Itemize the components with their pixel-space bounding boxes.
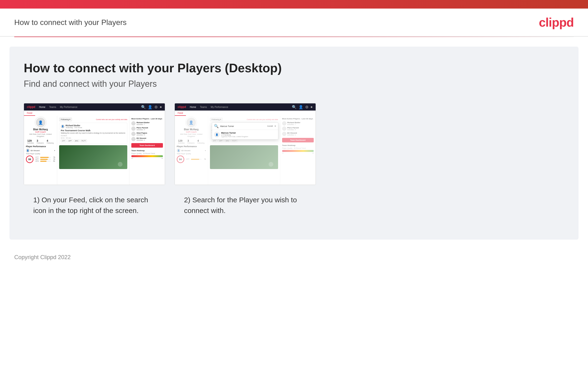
active-sub-2-1: Activities: 7 — [287, 124, 300, 125]
avatar-2: 👤 — [186, 118, 196, 127]
active-player-2-2: Piers Parnell Activities: 4 — [282, 127, 314, 131]
active-sub-2-3: Activities: 1 — [287, 134, 297, 136]
mini-nav-teams[interactable]: Teams — [49, 106, 56, 108]
clear-button[interactable]: CLEAR — [267, 125, 273, 127]
stat-following-2: 4 Following — [197, 139, 204, 144]
active-avatar-2-3 — [282, 132, 286, 136]
following-row-2: Following ▾ Control who can see your act… — [210, 118, 278, 121]
active-name-2-2: Piers Parnell — [287, 127, 299, 129]
player-row: 👤 Eli Vincent ▾ — [26, 148, 55, 152]
player-dropdown[interactable]: ▾ — [54, 149, 55, 152]
main-content: How to connect with your Players (Deskto… — [9, 46, 579, 240]
active-name-1: Richard Butler — [137, 121, 149, 124]
heatmap-max: +5 — [161, 158, 163, 159]
screenshot-2: clippd Home Teams My Performance 🔍 👤 ⚙ ● — [175, 103, 316, 225]
stat-followers-2: 3 Followers — [187, 139, 194, 144]
feed-tab-2[interactable]: Feed — [175, 110, 316, 116]
stat-activities-2: 129 Activities — [178, 139, 185, 144]
heatmap-max-2: +5 — [312, 152, 314, 154]
mini-body: 👤 Blair McHarg Golf Coach Mill Ride Golf… — [24, 116, 165, 185]
search-icon[interactable]: 🔍 — [141, 105, 146, 109]
heatmap-min: -5 — [131, 158, 132, 159]
active-player-3: Hiral Pujara Activities: 3 — [131, 132, 163, 136]
player-dropdown-2: ▾ — [205, 149, 206, 152]
avatar-icon-2[interactable]: ● — [310, 105, 313, 109]
following-button[interactable]: Following ▾ — [59, 118, 72, 121]
active-player-2-1: Richard Butler Activities: 7 — [282, 121, 314, 126]
search-overlay-wrapper: 🔍 Marcus Turner CLEAR ✕ 👤 Marcus Turner … — [175, 116, 316, 185]
heatmap-bar — [131, 155, 163, 157]
profile-name-2: Blair McHarg — [177, 128, 206, 131]
active-sub-1: Activities: 7 — [137, 124, 149, 125]
mini-left-2: 👤 Blair McHarg Golf Coach Mill Ride Golf… — [175, 116, 208, 185]
header: How to connect with your Players clippd — [0, 9, 588, 37]
heatmap-title-2: Team Heatmap — [282, 144, 314, 147]
activity-image — [59, 145, 127, 169]
avatar: 👤 — [36, 118, 45, 127]
bar-app: APP 70 — [35, 158, 55, 160]
settings-icon[interactable]: ⚙ — [154, 105, 158, 109]
tpq-bars: OTT 79 APP 70 ARG — [35, 156, 55, 162]
heatmap-labels: -5 +5 — [131, 158, 163, 159]
mini-nav-home-2[interactable]: Home — [190, 106, 196, 108]
search-icon-overlay: 🔍 — [214, 124, 219, 128]
avatar-icon[interactable]: ● — [160, 105, 162, 109]
mini-nav-performance-2[interactable]: My Performance — [211, 106, 228, 108]
mini-nav-home[interactable]: Home — [39, 106, 45, 108]
screenshots-row: clippd Home Teams My Performance 🔍 👤 ⚙ ●… — [24, 103, 564, 225]
search-overlay: 🔍 Marcus Turner CLEAR ✕ 👤 Marcus Turner … — [212, 122, 278, 139]
player-performance-label: Player Performance — [26, 145, 55, 148]
active-name-2: Piers Parnell — [137, 127, 148, 129]
result-info: Marcus Turner 1.5 Handicap Cypress Point… — [221, 132, 248, 138]
activity-user-sub: Yesterday · The Grove — [66, 127, 82, 128]
stat-activities: 129 Activities — [27, 139, 34, 144]
search-input[interactable]: Marcus Turner — [220, 125, 266, 128]
mini-right-panel: Most Active Players - Last 30 days Richa… — [129, 116, 165, 185]
mini-stats: 129 Activities 3 Followers 4 Following — [26, 139, 55, 144]
search-result: 👤 Marcus Turner 1.5 Handicap Cypress Poi… — [212, 130, 278, 139]
team-dashboard-button[interactable]: Team Dashboard — [131, 143, 163, 148]
stat-followers: 3 Followers — [37, 139, 44, 144]
activity-tags-2: OTT APP ARG PUTT — [211, 139, 276, 142]
main-title: How to connect with your Players (Deskto… — [24, 61, 564, 75]
following-row: Following ▾ Control who can see your act… — [59, 118, 127, 121]
active-avatar-2-1 — [282, 121, 286, 126]
heatmap-min-2: -5 — [282, 152, 283, 154]
caption-2-text: 2) Search for the Player you wish toconn… — [184, 194, 306, 216]
mini-nav-2: clippd Home Teams My Performance 🔍 👤 ⚙ ● — [175, 103, 316, 110]
search-icon-2[interactable]: 🔍 — [292, 105, 297, 109]
caption-2: 2) Search for the Player you wish toconn… — [175, 185, 316, 225]
result-handicap: 1.5 Handicap — [221, 134, 248, 136]
tpq-label: Total Player Quality — [26, 153, 55, 155]
active-avatar-2-2 — [282, 127, 286, 131]
copyright: Copyright Clippd 2022 — [14, 254, 70, 260]
profile-icon-2[interactable]: 👤 — [298, 105, 303, 109]
profile-icon[interactable]: 👤 — [148, 105, 152, 109]
bar-ott-2: OTT 79 — [186, 158, 206, 160]
caption-1: 1) On your Feed, click on the searchicon… — [24, 185, 165, 225]
active-player-2-3: Eli Vincent Activities: 1 — [282, 132, 314, 136]
screenshot-2-wrapper: clippd Home Teams My Performance 🔍 👤 ⚙ ● — [175, 103, 316, 185]
settings-icon-2[interactable]: ⚙ — [305, 105, 308, 109]
team-dashboard-button-2: Team Dashboard — [282, 138, 314, 142]
tpq-bars-2: OTT 79 — [186, 158, 206, 160]
page-title: How to connect with your Players — [14, 18, 127, 27]
feed-tab[interactable]: Feed — [24, 110, 165, 116]
profile-role-2: Golf Coach — [177, 131, 206, 133]
activity-avatar: 👤 — [61, 125, 65, 128]
most-active-title-2: Most Active Players - Last 30 days — [282, 118, 314, 120]
mini-nav-performance[interactable]: My Performance — [60, 106, 77, 108]
active-player-2: Piers Parnell Activities: 4 — [131, 127, 163, 131]
active-sub-4: Activities: 1 — [137, 139, 146, 141]
screenshot-1: clippd Home Teams My Performance 🔍 👤 ⚙ ●… — [24, 103, 165, 225]
active-sub-3: Activities: 3 — [137, 134, 147, 136]
logo: clippd — [539, 15, 574, 29]
top-bar — [0, 0, 588, 9]
image-circle-2 — [269, 162, 273, 167]
screenshot-2-container: clippd Home Teams My Performance 🔍 👤 ⚙ ● — [175, 103, 316, 185]
control-link[interactable]: Control who can see your activity and da… — [96, 119, 127, 120]
active-avatar-3 — [131, 132, 136, 136]
close-button[interactable]: ✕ — [274, 125, 276, 128]
tag-ott: OTT — [61, 139, 67, 142]
mini-nav-teams-2[interactable]: Teams — [200, 106, 207, 108]
